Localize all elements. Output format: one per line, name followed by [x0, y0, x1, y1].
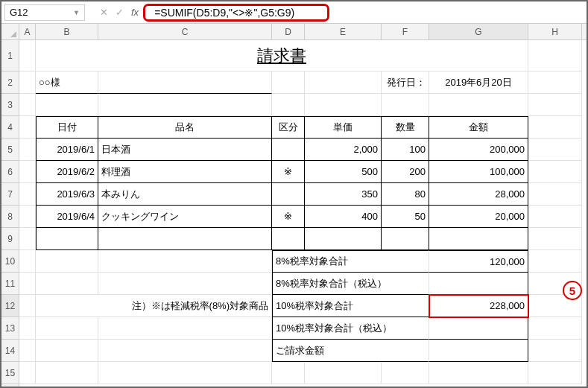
cell[interactable] — [272, 94, 305, 116]
cell-cls[interactable]: ※ — [272, 161, 305, 183]
cell[interactable] — [429, 228, 528, 250]
cell[interactable] — [98, 71, 272, 94]
page-title[interactable]: 請求書 — [36, 40, 528, 71]
cell[interactable] — [382, 94, 429, 116]
cell[interactable] — [36, 273, 98, 295]
cell[interactable] — [528, 206, 582, 228]
row-header[interactable]: 2 — [1, 71, 19, 94]
total-value[interactable] — [429, 340, 528, 362]
cell[interactable] — [19, 273, 36, 295]
cell[interactable] — [98, 228, 272, 250]
cell-item[interactable]: 本みりん — [98, 183, 272, 206]
total-label[interactable]: 10%税率対象合計（税込） — [272, 317, 429, 340]
cell[interactable] — [305, 362, 382, 384]
cell[interactable] — [19, 295, 36, 317]
cell-cls[interactable]: ※ — [272, 206, 305, 228]
cell[interactable] — [528, 139, 582, 161]
total-label[interactable]: 8%税率対象合計 — [272, 250, 429, 273]
cell[interactable] — [36, 362, 98, 384]
cell[interactable] — [19, 71, 36, 94]
col-header[interactable]: F — [382, 24, 429, 39]
total-label[interactable]: ご請求金額 — [272, 340, 429, 362]
th-cls[interactable]: 区分 — [272, 116, 305, 139]
formula-input[interactable]: =SUMIF(D5:D9,"<>※",G5:G9) — [143, 4, 329, 22]
name-box[interactable]: G12 ▼ — [4, 4, 85, 21]
cell[interactable] — [305, 228, 382, 250]
col-header[interactable]: C — [98, 24, 272, 39]
cell[interactable] — [382, 228, 429, 250]
cell-cls[interactable] — [272, 139, 305, 161]
col-header[interactable]: G — [429, 24, 528, 39]
cell[interactable] — [19, 161, 36, 183]
row-header[interactable]: 3 — [1, 94, 19, 116]
row-header[interactable]: 13 — [1, 317, 19, 340]
cell[interactable] — [528, 362, 582, 384]
cell[interactable] — [98, 362, 272, 384]
total-value[interactable]: 120,000 — [429, 250, 528, 273]
row-header[interactable]: 1 — [1, 40, 19, 71]
chevron-down-icon[interactable]: ▼ — [73, 9, 80, 16]
issue-date-label[interactable]: 発行日： — [382, 71, 429, 94]
cell[interactable] — [36, 250, 98, 273]
cell[interactable] — [98, 340, 272, 362]
col-header[interactable]: A — [19, 24, 36, 39]
col-header[interactable]: D — [272, 24, 305, 39]
cell[interactable] — [528, 250, 582, 273]
cell-qty[interactable]: 200 — [382, 161, 429, 183]
cell-date[interactable]: 2019/6/1 — [36, 139, 98, 161]
cell[interactable] — [272, 228, 305, 250]
row-header[interactable]: 10 — [1, 250, 19, 273]
row-header[interactable]: 12 — [1, 295, 19, 317]
cell-unit[interactable]: 500 — [305, 161, 382, 183]
row-header[interactable]: 7 — [1, 183, 19, 206]
grid[interactable]: A B C D E F G H 1 2 3 4 5 6 7 8 9 10 11 … — [1, 24, 587, 387]
cell[interactable] — [19, 340, 36, 362]
th-qty[interactable]: 数量 — [382, 116, 429, 139]
cell[interactable] — [36, 94, 98, 116]
cell[interactable] — [36, 317, 98, 340]
selected-cell[interactable]: 228,000 — [429, 295, 528, 317]
cell[interactable] — [98, 317, 272, 340]
cell[interactable] — [429, 362, 528, 384]
row-header[interactable]: 4 — [1, 116, 19, 139]
cell[interactable] — [528, 71, 582, 94]
issue-date[interactable]: 2019年6月20日 — [429, 71, 528, 94]
cell[interactable] — [19, 183, 36, 206]
cancel-icon[interactable]: ✕ — [100, 7, 108, 18]
total-label[interactable]: 10%税率対象合計 — [272, 295, 429, 317]
fx-icon[interactable]: fx — [131, 7, 139, 18]
cell-date[interactable]: 2019/6/2 — [36, 161, 98, 183]
th-amount[interactable]: 金額 — [429, 116, 528, 139]
cell[interactable] — [19, 116, 36, 139]
row-header[interactable]: 9 — [1, 228, 19, 250]
cell[interactable] — [19, 139, 36, 161]
cell-date[interactable]: 2019/6/3 — [36, 183, 98, 206]
cell-item[interactable]: 料理酒 — [98, 161, 272, 183]
cell[interactable] — [528, 340, 582, 362]
cell[interactable] — [272, 71, 305, 94]
customer-name[interactable]: ○○様 — [36, 71, 98, 94]
cell-amount[interactable]: 28,000 — [429, 183, 528, 206]
row-header[interactable]: 8 — [1, 206, 19, 228]
cell[interactable] — [305, 71, 382, 94]
cell[interactable] — [36, 340, 98, 362]
total-value[interactable] — [429, 317, 528, 340]
row-header[interactable]: 14 — [1, 340, 19, 362]
col-header[interactable]: E — [305, 24, 382, 39]
cell-unit[interactable]: 400 — [305, 206, 382, 228]
total-value[interactable] — [429, 273, 528, 295]
row-header[interactable]: 15 — [1, 362, 19, 384]
cell-date[interactable]: 2019/6/4 — [36, 206, 98, 228]
cell[interactable] — [19, 362, 36, 384]
cell-amount[interactable]: 100,000 — [429, 161, 528, 183]
confirm-icon[interactable]: ✓ — [116, 7, 124, 18]
cell[interactable] — [272, 362, 305, 384]
cell-qty[interactable]: 100 — [382, 139, 429, 161]
select-all-corner[interactable] — [1, 24, 19, 40]
cell[interactable] — [528, 94, 582, 116]
col-header[interactable]: H — [528, 24, 582, 39]
cell[interactable] — [528, 228, 582, 250]
cell[interactable] — [19, 317, 36, 340]
cell[interactable] — [528, 183, 582, 206]
cell[interactable] — [305, 94, 382, 116]
